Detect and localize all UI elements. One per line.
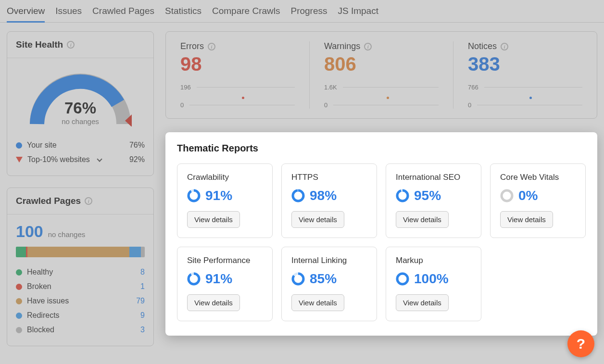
tab-overview[interactable]: Overview: [7, 6, 45, 23]
crawled-pages-title: Crawled Pages: [16, 196, 81, 206]
notices-col[interactable]: Notices i 383 766 0: [453, 41, 597, 109]
legend-your-site-value: 76%: [129, 141, 145, 150]
crawled-legend-value: 1: [128, 282, 145, 291]
report-name: Crawlability: [187, 173, 263, 182]
crawled-legend-value: 8: [128, 268, 145, 276]
dot-icon: [16, 142, 22, 149]
bar-segment: [141, 247, 145, 257]
crawled-legend-row[interactable]: Redirects9: [16, 308, 145, 323]
crawled-pages-bar: [16, 247, 145, 257]
report-card: Site Performance91%View details: [177, 247, 273, 321]
svg-point-7: [502, 190, 512, 201]
tab-compare-crawls[interactable]: Compare Crawls: [212, 6, 280, 22]
info-icon[interactable]: i: [67, 41, 75, 49]
donut-icon: [187, 189, 201, 202]
crawled-legend-row[interactable]: Broken1: [16, 279, 145, 294]
notices-label: Notices: [468, 41, 497, 51]
view-details-button[interactable]: View details: [291, 211, 344, 228]
info-icon[interactable]: i: [208, 43, 215, 50]
errors-label: Errors: [180, 41, 204, 51]
report-percent: 85%: [310, 271, 337, 287]
errors-ytop: 196: [180, 84, 191, 91]
summary-card: Errors i 98 196 0 Warnings i 806 1.6K 0: [165, 31, 597, 119]
legend-top10[interactable]: Top-10% websites: [27, 155, 90, 164]
view-details-button[interactable]: View details: [187, 294, 240, 311]
dot-icon: [16, 269, 22, 276]
site-health-sub: no changes: [25, 117, 136, 126]
view-details-button[interactable]: View details: [291, 294, 344, 311]
report-percent: 95%: [414, 188, 441, 203]
view-details-button[interactable]: View details: [396, 294, 449, 311]
crawled-legend-label: Redirects: [27, 311, 60, 320]
crawled-pages-count[interactable]: 100: [16, 222, 43, 241]
site-health-card: Site Health i 76% no changes: [7, 31, 154, 176]
notices-ybot: 0: [468, 101, 471, 109]
donut-icon: [396, 189, 409, 202]
report-card: Markup100%View details: [386, 247, 481, 321]
view-details-button[interactable]: View details: [500, 211, 553, 228]
notices-ytop: 766: [468, 84, 478, 91]
crawled-pages-card: Crawled Pages i 100 no changes Healthy8B…: [7, 188, 154, 346]
report-percent: 91%: [205, 271, 232, 287]
notices-value: 383: [468, 53, 582, 75]
tab-issues[interactable]: Issues: [55, 6, 82, 22]
crawled-pages-sub: no changes: [48, 230, 86, 238]
view-details-button[interactable]: View details: [396, 211, 449, 228]
warnings-ybot: 0: [324, 101, 327, 109]
site-health-header: Site Health i: [7, 32, 153, 58]
crawled-legend-value: 3: [128, 326, 145, 334]
svg-point-13: [397, 274, 408, 284]
warnings-label: Warnings: [324, 41, 360, 51]
view-details-button[interactable]: View details: [187, 211, 240, 228]
crawled-legend-row[interactable]: Healthy8: [16, 265, 145, 279]
donut-icon: [291, 272, 305, 286]
report-name: Internal Linking: [291, 256, 367, 265]
info-icon[interactable]: i: [85, 197, 92, 205]
report-card: HTTPS98%View details: [281, 163, 377, 238]
bar-segment: [16, 247, 26, 257]
crawled-legend-value: 9: [128, 311, 145, 320]
tab-js-impact[interactable]: JS Impact: [338, 6, 378, 22]
report-name: Core Web Vitals: [500, 173, 576, 182]
dot-icon: [16, 313, 22, 319]
crawled-pages-header: Crawled Pages i: [7, 188, 153, 214]
info-icon[interactable]: i: [364, 43, 372, 50]
errors-value: 98: [180, 53, 295, 75]
report-percent: 100%: [414, 271, 449, 287]
donut-icon: [500, 189, 514, 202]
info-icon[interactable]: i: [501, 43, 508, 50]
report-percent: 91%: [205, 188, 232, 203]
warnings-dot-icon: [387, 97, 389, 99]
thematic-reports-title: Thematic Reports: [177, 143, 586, 154]
donut-icon: [396, 272, 409, 286]
notices-dot-icon: [529, 97, 532, 99]
warnings-ytop: 1.6K: [324, 84, 337, 91]
warnings-col[interactable]: Warnings i 806 1.6K 0: [309, 41, 453, 109]
tab-progress[interactable]: Progress: [290, 6, 327, 22]
tab-statistics[interactable]: Statistics: [165, 6, 201, 22]
report-name: International SEO: [396, 173, 471, 182]
donut-icon: [291, 189, 305, 202]
errors-ybot: 0: [180, 101, 184, 109]
chevron-down-icon[interactable]: [97, 156, 102, 162]
help-button[interactable]: ?: [567, 330, 594, 357]
crawled-legend-row[interactable]: Have issues79: [16, 294, 145, 308]
bar-segment: [27, 247, 129, 257]
crawled-legend-label: Healthy: [27, 268, 53, 276]
tab-crawled-pages[interactable]: Crawled Pages: [92, 6, 154, 22]
crawled-legend-label: Blocked: [27, 326, 54, 334]
legend-your-site: Your site: [27, 141, 57, 150]
site-health-gauge: 76% no changes: [25, 69, 136, 126]
triangle-down-icon: [16, 157, 23, 163]
crawled-legend-row[interactable]: Blocked3: [16, 323, 145, 337]
crawled-legend-value: 79: [128, 297, 145, 305]
bar-segment: [129, 247, 141, 257]
errors-col[interactable]: Errors i 98 196 0: [166, 41, 309, 109]
svg-point-2: [189, 190, 199, 201]
report-card: Internal Linking85%View details: [281, 247, 377, 321]
dot-icon: [16, 327, 22, 333]
tabs-bar: Overview Issues Crawled Pages Statistics…: [0, 0, 604, 23]
report-card: Core Web Vitals0%View details: [490, 163, 586, 238]
report-name: Site Performance: [187, 256, 263, 265]
legend-top10-value: 92%: [129, 155, 145, 164]
